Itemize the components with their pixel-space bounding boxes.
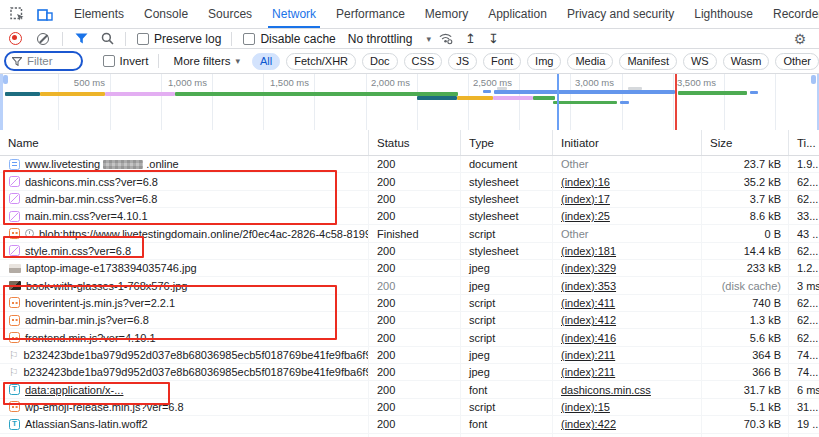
initiator-link[interactable]: (index):329 [561,262,616,274]
inspect-element-icon[interactable] [8,5,26,23]
cell-name: book-with-glasses-1-768x576.jpg [0,277,368,293]
tab-memory[interactable]: Memory [415,0,478,28]
tab-application[interactable]: Application [478,0,557,28]
filter-bar: Filter Invert More filters ▾ AllFetch/XH… [0,49,819,74]
request-row[interactable]: frontend.min.js?ver=4.10.1200script(inde… [0,329,819,346]
filter-funnel-icon[interactable] [74,32,88,46]
more-filters-button[interactable]: More filters ▾ [174,55,240,67]
initiator-link[interactable]: (index):412 [561,314,616,326]
cell-type: stylesheet [460,243,552,259]
initiator-link[interactable]: (index):16 [561,176,610,188]
request-row[interactable]: TAtlassianSans-latin.woff2200font(index)… [0,416,819,433]
request-row[interactable]: favicon.ico200x-iconOther2.2 kB32... [0,434,819,437]
tab-console[interactable]: Console [134,0,198,28]
cell-initiator: (index):25 [552,208,701,224]
chip-img[interactable]: Img [527,53,561,70]
initiator-link[interactable]: (index):411 [561,297,615,309]
chip-other[interactable]: Other [775,53,819,70]
clear-icon[interactable] [37,33,49,45]
overview-gridline [775,74,776,130]
request-row[interactable]: admin-bar.min.css?ver=6.8200stylesheet(i… [0,191,819,208]
chip-media[interactable]: Media [567,53,613,70]
cell-size: 5.1 kB [701,399,788,415]
network-overview[interactable]: 500 ms1,000 ms1,500 ms2,000 ms2,500 ms3,… [0,74,819,131]
request-row[interactable]: style.min.css?ver=6.8200stylesheet(index… [0,243,819,260]
cell-status: 200 [368,208,460,224]
import-har-icon[interactable]: ↥ [465,32,476,45]
chip-wasm[interactable]: Wasm [723,53,770,70]
request-row[interactable]: ⚐b232423bde1ba979d952d037e8b68036985ecb5… [0,347,819,364]
initiator-link[interactable]: (index):17 [561,193,610,205]
tab-sources[interactable]: Sources [198,0,262,28]
initiator-link[interactable]: (index):422 [561,418,616,430]
image-placeholder-icon: ⚐ [9,367,18,377]
tab-elements[interactable]: Elements [64,0,134,28]
cell-name: main.min.css?ver=4.10.1 [0,208,368,224]
network-settings-gear-icon[interactable]: ⚙ [789,28,811,50]
cell-name: dashicons.min.css?ver=6.8 [0,173,368,189]
chip-fetch-xhr[interactable]: Fetch/XHR [286,53,356,70]
request-row[interactable]: dashicons.min.css?ver=6.8200stylesheet(i… [0,173,819,190]
initiator-link[interactable]: (index):211 [561,349,615,361]
request-row[interactable]: ⚐b232423bde1ba979d952d037e8b68036985ecb5… [0,364,819,381]
cell-initiator: (index):16 [552,173,701,189]
tab-lighthouse[interactable]: Lighthouse [684,0,763,28]
stylesheet-icon [9,193,20,204]
initiator-link[interactable]: (index):353 [561,280,616,292]
column-header-size[interactable]: Size [701,130,788,155]
filter-input[interactable]: Filter [4,51,83,71]
throttling-select[interactable]: No throttling ▾ [348,32,431,46]
network-conditions-icon[interactable] [439,32,453,46]
cell-status: 200 [368,277,460,293]
cell-type: stylesheet [460,191,552,207]
request-row[interactable]: Tdata:application/x-...200fontdashicons.… [0,381,819,398]
overview-blue-cursor [557,74,559,130]
tab-performance[interactable]: Performance [326,0,415,28]
request-row[interactable]: blob:https://www.livetestingdomain.onlin… [0,225,819,242]
disable-cache-checkbox[interactable] [243,33,255,45]
waterfall-bar-blue [494,90,675,94]
column-header-time[interactable]: Ti... [788,130,819,155]
chip-doc[interactable]: Doc [362,53,398,70]
script-icon [9,228,20,239]
request-row[interactable]: www.livetesting.online200documentOther23… [0,156,819,173]
column-header-name[interactable]: Name [0,130,368,155]
cell-initiator: Other [552,434,701,437]
cell-size: 2.2 kB [701,434,788,437]
chip-all[interactable]: All [252,53,280,70]
column-header-status[interactable]: Status [368,130,460,155]
overview-range-notch[interactable] [811,75,816,84]
initiator-link[interactable]: (index):181 [561,245,616,257]
invert-checkbox[interactable] [103,55,115,67]
tab-recorder[interactable]: Recorder [763,0,819,28]
chip-css[interactable]: CSS [404,53,443,70]
device-toolbar-icon[interactable] [36,5,54,23]
column-header-type[interactable]: Type [460,130,552,155]
waterfall-bar-gray [497,87,507,90]
preserve-log-checkbox[interactable] [137,33,149,45]
chip-ws[interactable]: WS [683,53,717,70]
disable-cache-label: Disable cache [260,32,335,46]
request-row[interactable]: book-with-glasses-1-768x576.jpg200jpeg(i… [0,277,819,294]
chip-font[interactable]: Font [483,53,521,70]
initiator-link[interactable]: (index):416 [561,332,616,344]
request-row[interactable]: admin-bar.min.js?ver=6.8200script(index)… [0,312,819,329]
column-header-initiator[interactable]: Initiator [552,130,701,155]
record-icon[interactable] [9,32,22,45]
initiator-link[interactable]: (index):211 [561,366,615,378]
request-row[interactable]: hoverintent-js.min.js?ver=2.2.1200script… [0,295,819,312]
chip-js[interactable]: JS [448,53,477,70]
tab-network[interactable]: Network [262,0,326,28]
search-icon[interactable] [100,32,114,46]
initiator-link[interactable]: (index):15 [561,401,610,413]
request-row[interactable]: main.min.css?ver=4.10.1200stylesheet(ind… [0,208,819,225]
request-name: frontend.min.js?ver=4.10.1 [25,332,156,344]
tab-privacy-and-security[interactable]: Privacy and security [557,0,684,28]
request-row[interactable]: wp-emoji-release.min.js?ver=6.8200script… [0,399,819,416]
chip-manifest[interactable]: Manifest [619,53,677,70]
initiator-link[interactable]: dashicons.min.css [561,384,651,396]
overview-range-notch[interactable] [3,75,8,84]
request-row[interactable]: laptop-image-e1738394035746.jpg200jpeg(i… [0,260,819,277]
export-har-icon[interactable]: ↧ [488,32,499,45]
initiator-link[interactable]: (index):25 [561,210,610,222]
